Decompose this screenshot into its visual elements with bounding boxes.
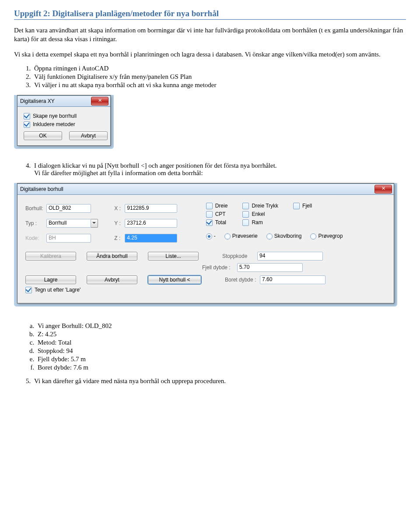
- checkbox-inkludere[interactable]: Inkludere metoder: [24, 121, 104, 128]
- checkbox-ram[interactable]: Ram: [242, 219, 278, 226]
- list-item: Fjell dybde: 5.7 m: [36, 356, 406, 363]
- check-icon[interactable]: [206, 203, 213, 209]
- check-icon[interactable]: [24, 113, 30, 120]
- boret-dybde-input[interactable]: 7.60: [260, 275, 326, 284]
- close-icon[interactable]: ✕: [374, 185, 392, 194]
- list-item: Z: 4.25: [36, 331, 406, 338]
- avbryt-button[interactable]: Avbryt: [87, 275, 137, 284]
- para-2: Vi ska i detta exempel skapa ett nya bor…: [14, 50, 406, 59]
- boret-dybde-label: Boret dybde :: [225, 277, 257, 283]
- page-heading: Uppgift 2: Digitalisera planlägen/metode…: [14, 9, 406, 20]
- text: Vi får därefter möjlighet att fylla i in…: [34, 169, 203, 176]
- borhull-input[interactable]: OLD_802: [46, 204, 91, 213]
- y-label: Y :: [114, 220, 125, 226]
- lagre-button[interactable]: Lagre: [25, 275, 76, 284]
- label: Dreie: [215, 203, 228, 209]
- stoppkode-label: Stoppkode: [222, 253, 255, 259]
- kode-label: Kode:: [25, 235, 46, 241]
- check-icon[interactable]: [242, 211, 249, 218]
- label: Ram: [252, 219, 262, 225]
- typ-value: Borrhull: [46, 219, 91, 228]
- list-item: Vi väljer i nu att skapa nya borrhål och…: [32, 81, 406, 89]
- radio-icon[interactable]: [266, 233, 273, 240]
- andra-borhull-button[interactable]: Ändra borhull: [87, 252, 137, 261]
- list-item: Välj funktionen Digitalisere x/y från me…: [32, 73, 406, 81]
- radio-provegrop[interactable]: Prøvegrop: [310, 233, 343, 240]
- list-item: Öppna ritningen i AutoCAD: [32, 65, 406, 72]
- titlebar[interactable]: Digitalisera XY ✕: [18, 95, 110, 107]
- borhull-label: Borhull:: [25, 205, 46, 211]
- dialog-digitalisere-borhull: Digitalisere borhull ✕ Borhull: OLD_802 …: [17, 183, 394, 303]
- list-item: Metod: Total: [36, 339, 406, 346]
- check-icon[interactable]: [206, 211, 213, 218]
- x-label: X :: [114, 205, 125, 211]
- checkbox-label: Inkludere metoder: [33, 121, 75, 127]
- list-item: Vi kan därefter gå vidare med nästa nya …: [32, 377, 406, 385]
- liste-button[interactable]: Liste...: [148, 252, 199, 261]
- fjell-dybde-label: Fjell dybde :: [202, 264, 234, 271]
- label: Fjell: [302, 203, 312, 209]
- chevron-down-icon[interactable]: [91, 219, 98, 228]
- checkbox-cpt[interactable]: CPT: [206, 211, 228, 218]
- close-icon[interactable]: ✕: [91, 97, 108, 106]
- kode-input: BH: [46, 234, 91, 243]
- alpha-list: Vi anger Borhull: OLD_802 Z: 4.25 Metod:…: [36, 322, 406, 371]
- para-1: Det kan vara användbart att skapa inform…: [14, 26, 406, 44]
- check-icon[interactable]: [24, 121, 30, 128]
- checkbox-skape[interactable]: Skape nye borrhull: [24, 113, 104, 120]
- radio-skovlboring[interactable]: Skovlboring: [266, 233, 302, 240]
- checkbox-tegn-ut[interactable]: Tegn ut efter 'Lagre': [25, 287, 386, 293]
- kalibrera-button: Kalibrera: [25, 252, 76, 261]
- list-item: Vi anger Borhull: OLD_802: [36, 322, 406, 330]
- fjell-dybde-input[interactable]: 5.70: [237, 263, 303, 272]
- radio-proveserie[interactable]: Prøveserie: [224, 233, 258, 240]
- z-label: Z :: [114, 235, 125, 241]
- label: Prøveserie: [232, 233, 258, 239]
- typ-label: Typ :: [25, 220, 46, 226]
- label: Total: [215, 219, 226, 225]
- numbered-list-cont2: Vi kan därefter gå vidare med nästa nya …: [32, 377, 406, 385]
- x-input[interactable]: 912285.9: [125, 204, 177, 213]
- checkbox-total[interactable]: Total: [206, 219, 228, 226]
- cancel-button[interactable]: Avbryt: [69, 131, 108, 140]
- check-icon[interactable]: [242, 203, 249, 209]
- numbered-list-cont: I dialogen klickar vi nu på [Nytt borhul…: [32, 162, 406, 177]
- checkbox-fjell[interactable]: Fjell: [293, 203, 312, 209]
- radio-icon[interactable]: [310, 233, 316, 240]
- numbered-list: Öppna ritningen i AutoCAD Välj funktione…: [32, 65, 406, 89]
- radio-icon[interactable]: [224, 233, 231, 240]
- z-input[interactable]: 4.25: [125, 234, 177, 243]
- nytt-borhull-button[interactable]: Nytt borhull <: [148, 275, 201, 284]
- label: -: [214, 233, 216, 239]
- radio-icon[interactable]: [206, 233, 212, 240]
- stoppkode-input[interactable]: 94: [257, 252, 323, 261]
- label: Skovlboring: [274, 233, 302, 239]
- check-icon[interactable]: [25, 287, 32, 293]
- label: Dreie Trykk: [252, 203, 278, 209]
- dialog-digitalisera-xy: Digitalisera XY ✕ Skape nye borrhull Ink…: [17, 95, 111, 146]
- label: CPT: [215, 211, 226, 217]
- label: Prøvegrop: [318, 233, 343, 239]
- dialog-title: Digitalisera XY: [20, 98, 55, 104]
- check-icon[interactable]: [206, 219, 213, 226]
- label: Tegn ut efter 'Lagre': [35, 287, 80, 293]
- dialog-title: Digitalisere borhull: [20, 186, 63, 192]
- check-icon[interactable]: [293, 203, 300, 209]
- list-item: I dialogen klickar vi nu på [Nytt borhul…: [32, 162, 406, 177]
- list-item: Stoppkod: 94: [36, 347, 406, 355]
- titlebar[interactable]: Digitalisere borhull ✕: [18, 183, 394, 195]
- y-input[interactable]: 23712.6: [125, 219, 177, 228]
- label: Enkel: [252, 211, 265, 217]
- text: I dialogen klickar vi nu på [Nytt borhul…: [34, 162, 277, 169]
- radio-dash[interactable]: -: [206, 233, 216, 240]
- list-item: Boret dybde: 7.6 m: [36, 364, 406, 371]
- checkbox-enkel[interactable]: Enkel: [242, 211, 278, 218]
- checkbox-dreie[interactable]: Dreie: [206, 203, 228, 209]
- check-icon[interactable]: [242, 219, 249, 226]
- typ-combo[interactable]: Borrhull: [46, 219, 98, 228]
- ok-button[interactable]: OK: [24, 131, 62, 140]
- checkbox-label: Skape nye borrhull: [33, 113, 77, 119]
- checkbox-dreietrykk[interactable]: Dreie Trykk: [242, 203, 278, 209]
